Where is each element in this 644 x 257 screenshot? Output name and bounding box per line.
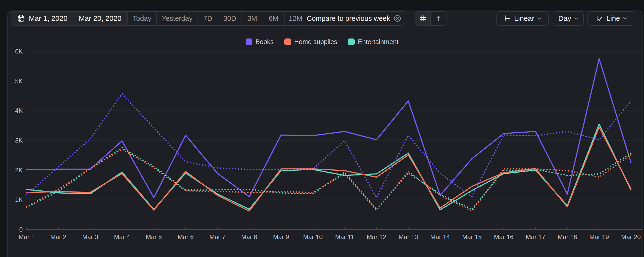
x-axis-label: Mar 15 bbox=[462, 233, 482, 240]
y-axis-label: 6K bbox=[15, 48, 23, 55]
x-axis-label: Mar 14 bbox=[430, 233, 450, 240]
scale-dropdown-label: Linear bbox=[514, 14, 534, 23]
preset-7d[interactable]: 7D bbox=[198, 12, 218, 25]
legend-label: Home supplies bbox=[294, 38, 338, 46]
y-axis-label: 4K bbox=[15, 107, 23, 114]
x-axis-label: Mar 9 bbox=[273, 233, 289, 240]
chart-type-dropdown-label: Line bbox=[606, 14, 620, 23]
legend-label: Books bbox=[256, 38, 274, 46]
chart-options-group bbox=[414, 11, 446, 26]
x-axis-label: Mar 10 bbox=[303, 233, 323, 240]
x-axis-label: Mar 18 bbox=[558, 233, 577, 240]
legend-label: Entertainment bbox=[358, 38, 398, 46]
x-axis-label: Mar 6 bbox=[178, 233, 194, 240]
x-axis-label: Mar 16 bbox=[494, 233, 514, 240]
chart-legend: Books Home supplies Entertainment bbox=[0, 38, 644, 46]
chevron-down-icon bbox=[574, 17, 578, 20]
y-axis-label: 2K bbox=[15, 166, 23, 174]
x-axis-label: Mar 2 bbox=[50, 233, 66, 240]
preset-today[interactable]: Today bbox=[128, 12, 156, 25]
line-chart-icon bbox=[596, 15, 603, 22]
arrow-up-icon bbox=[435, 15, 442, 22]
scale-dropdown[interactable]: Linear bbox=[496, 11, 549, 26]
calendar-icon bbox=[17, 14, 25, 23]
x-axis-label: Mar 8 bbox=[241, 233, 257, 240]
legend-item-entertainment[interactable]: Entertainment bbox=[348, 38, 398, 46]
chevron-down-icon bbox=[623, 17, 627, 20]
x-axis-label: Mar 17 bbox=[526, 233, 545, 240]
grid-icon bbox=[419, 15, 427, 22]
chevron-down-icon bbox=[538, 17, 542, 20]
legend-item-books[interactable]: Books bbox=[246, 38, 274, 46]
date-range-button[interactable]: Mar 1, 2020 — Mar 20, 2020 bbox=[11, 12, 128, 25]
y-axis-label: 5K bbox=[15, 77, 23, 85]
chart-type-dropdown[interactable]: Line bbox=[588, 11, 635, 26]
granularity-dropdown-label: Day bbox=[558, 14, 571, 23]
date-range-group: Mar 1, 2020 — Mar 20, 2020 Today Yesterd… bbox=[11, 11, 307, 26]
x-axis-label: Mar 4 bbox=[114, 233, 130, 240]
books-swatch bbox=[246, 39, 252, 45]
x-axis-label: Mar 5 bbox=[146, 233, 162, 240]
granularity-dropdown[interactable]: Day bbox=[553, 11, 584, 26]
home-supplies-swatch bbox=[284, 39, 291, 45]
series-line-entertainment[interactable] bbox=[26, 124, 631, 210]
export-button[interactable] bbox=[430, 12, 446, 25]
compare-chip-label: Compare to previous week bbox=[307, 15, 390, 23]
preset-3m[interactable]: 3M bbox=[242, 12, 263, 25]
linear-scale-icon bbox=[503, 15, 511, 22]
x-axis-label: Mar 11 bbox=[335, 233, 354, 240]
x-axis-label: Mar 1 bbox=[18, 233, 34, 240]
date-range-label: Mar 1, 2020 — Mar 20, 2020 bbox=[29, 14, 122, 23]
series-line-home-supplies-previous-week[interactable] bbox=[26, 149, 631, 211]
x-axis-label: Mar 19 bbox=[589, 233, 609, 240]
grid-toggle-button[interactable] bbox=[415, 12, 430, 25]
entertainment-swatch bbox=[348, 39, 355, 45]
series-line-entertainment-previous-week[interactable] bbox=[26, 148, 631, 209]
x-axis-label: Mar 7 bbox=[209, 233, 225, 240]
y-axis-label: 3K bbox=[15, 137, 23, 144]
legend-item-home-supplies[interactable]: Home supplies bbox=[284, 38, 338, 46]
x-axis-label: Mar 12 bbox=[367, 233, 386, 240]
y-axis-label: 1K bbox=[15, 196, 23, 203]
x-axis-label: Mar 3 bbox=[82, 233, 98, 240]
preset-30d[interactable]: 30D bbox=[218, 12, 242, 25]
series-line-home-supplies[interactable] bbox=[26, 127, 631, 211]
x-axis-label: Mar 20 bbox=[621, 233, 641, 240]
compare-chip[interactable]: Compare to previous week bbox=[303, 11, 405, 26]
x-axis-label: Mar 13 bbox=[398, 233, 418, 240]
y-axis-label: 0 bbox=[19, 226, 23, 233]
preset-6m[interactable]: 6M bbox=[263, 12, 284, 25]
dismiss-compare-icon[interactable] bbox=[394, 15, 401, 22]
preset-yesterday[interactable]: Yesterday bbox=[156, 12, 198, 25]
